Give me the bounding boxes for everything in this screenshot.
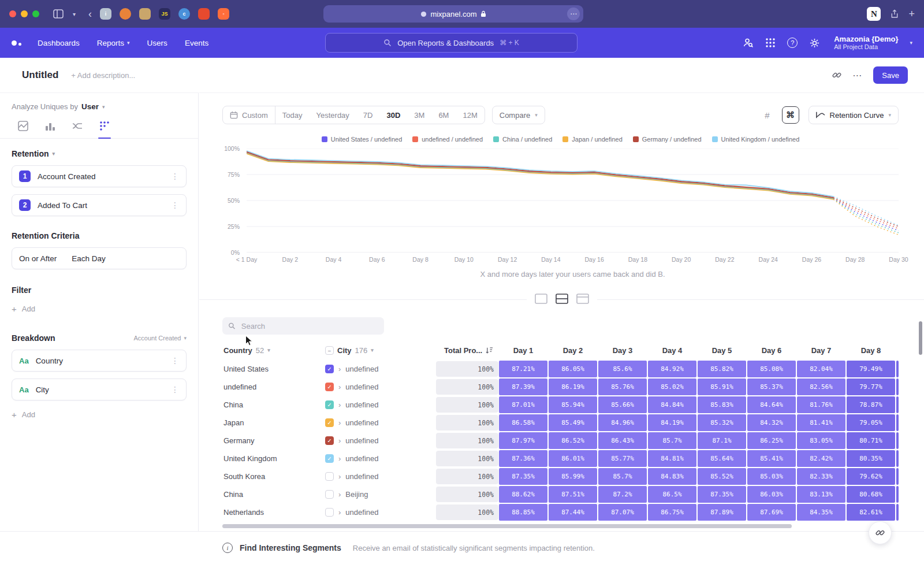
retention-value-cell[interactable]: 86.75%	[647, 503, 697, 521]
row-checkbox[interactable]: ✓	[325, 454, 334, 463]
retention-value-cell[interactable]: 85.83%	[697, 396, 747, 414]
expand-row-icon[interactable]: ›	[338, 454, 341, 463]
retention-value-cell[interactable]: 87.1%	[697, 432, 747, 450]
retention-value-cell[interactable]: 85.32%	[697, 414, 747, 432]
country-cell[interactable]: China	[222, 400, 325, 409]
nav-dashboards[interactable]: Dashboards	[38, 39, 80, 47]
retention-value-cell[interactable]: 83.05%	[796, 432, 846, 450]
more-options-icon[interactable]: ⋯	[852, 70, 863, 81]
retention-value-cell[interactable]: 85.7%	[598, 467, 647, 485]
retention-value-cell[interactable]: 84.83%	[647, 467, 697, 485]
add-breakdown-button[interactable]: + Add	[12, 410, 187, 420]
mixpanel-logo[interactable]	[12, 40, 21, 46]
tab-funnels[interactable]	[44, 120, 56, 132]
retention-value-cell[interactable]: 83.13%	[796, 485, 846, 503]
kebab-menu-icon[interactable]: ⋮	[171, 385, 179, 394]
retention-value-cell[interactable]: 79.49%	[846, 360, 896, 378]
select-all-checkbox[interactable]: –	[325, 346, 334, 355]
date-range-today[interactable]: Today	[275, 106, 310, 124]
retention-value-cell[interactable]: 85.77%	[598, 450, 647, 467]
retention-value-cell[interactable]: 84.84%	[647, 396, 697, 414]
retention-value-cell[interactable]: 87.36%	[498, 450, 548, 467]
country-cell[interactable]: United States	[222, 365, 325, 373]
retention-value-cell[interactable]: 87.2%	[598, 485, 647, 503]
row-checkbox[interactable]: ✓	[325, 400, 334, 409]
day-column-header[interactable]: Day 2	[548, 346, 598, 355]
city-column-header[interactable]: – City 176 ▾	[325, 346, 436, 355]
retention-value-cell[interactable]: 87.39%	[498, 378, 548, 396]
expand-row-icon[interactable]: ›	[338, 365, 341, 373]
retention-value-cell[interactable]: 82.33%	[796, 467, 846, 485]
breakdown-context-dropdown[interactable]: Account Created ▾	[134, 335, 187, 342]
apps-grid-icon[interactable]	[765, 38, 776, 48]
retention-value-cell[interactable]: 87.35%	[498, 467, 548, 485]
project-switcher[interactable]: Amazonia {Demo} All Project Data	[834, 35, 898, 51]
expand-row-icon[interactable]: ›	[338, 472, 341, 481]
row-checkbox[interactable]	[325, 472, 334, 481]
vertical-scrollbar[interactable]	[919, 321, 922, 355]
kebab-menu-icon[interactable]: ⋮	[171, 172, 179, 181]
day-column-header[interactable]: Day 3	[598, 346, 647, 355]
day-column-header[interactable]: Day 8	[846, 346, 896, 355]
retention-value-cell[interactable]: 85.99%	[548, 467, 598, 485]
retention-section-title[interactable]: Retention	[12, 149, 49, 158]
retention-value-cell[interactable]: 85.91%	[697, 378, 747, 396]
zoom-window-button[interactable]	[32, 10, 39, 17]
retention-value-cell[interactable]: 86.5%	[647, 485, 697, 503]
compare-button[interactable]: Compare ▾	[492, 106, 545, 124]
extension-icon[interactable]: ◦	[218, 8, 229, 20]
extension-icon[interactable]: c	[178, 8, 190, 20]
back-button[interactable]: ‹	[88, 8, 92, 20]
chart-type-dropdown[interactable]: Retention Curve ▾	[808, 106, 899, 124]
day-column-header[interactable]: Day 5	[697, 346, 747, 355]
browser-sidebar-icon[interactable]	[53, 9, 64, 18]
retention-value-cell[interactable]: 84.92%	[647, 360, 697, 378]
retention-value-cell[interactable]: 84.32%	[747, 414, 796, 432]
date-range-yesterday[interactable]: Yesterday	[310, 106, 356, 124]
help-icon[interactable]: ?	[787, 38, 798, 48]
retention-value-cell[interactable]: 81.76%	[796, 396, 846, 414]
retention-value-cell[interactable]: 87.97%	[498, 432, 548, 450]
legend-item[interactable]: China / undefined	[493, 136, 552, 143]
table-only-view-button[interactable]	[575, 292, 590, 306]
notion-extension-icon[interactable]: N	[867, 7, 881, 21]
page-title[interactable]: Untitled	[22, 69, 58, 81]
extension-icon[interactable]: i	[100, 8, 111, 20]
total-column-header[interactable]: Total Pro...	[436, 346, 498, 355]
retention-value-cell[interactable]: 87.89%	[697, 503, 747, 521]
gear-icon[interactable]	[809, 38, 820, 49]
retention-value-cell[interactable]: 79.77%	[846, 378, 896, 396]
retention-value-cell[interactable]: 80.68%	[846, 485, 896, 503]
retention-value-cell[interactable]: 86.19%	[548, 378, 598, 396]
date-range-30d[interactable]: 30D	[379, 106, 407, 124]
retention-value-cell[interactable]: 84.96%	[598, 414, 647, 432]
retention-value-cell[interactable]: 81.41%	[796, 414, 846, 432]
chart-plot-area[interactable]	[247, 149, 899, 253]
expand-row-icon[interactable]: ›	[338, 400, 341, 409]
nav-users[interactable]: Users	[147, 39, 167, 47]
retention-value-cell[interactable]: 85.76%	[598, 378, 647, 396]
retention-value-cell[interactable]: 84.19%	[647, 414, 697, 432]
date-range-custom[interactable]: Custom	[223, 106, 275, 124]
extension-icon[interactable]	[139, 8, 151, 20]
retention-value-cell[interactable]: 86.58%	[498, 414, 548, 432]
user-lookup-icon[interactable]	[742, 37, 754, 49]
country-cell[interactable]: Japan	[222, 418, 325, 427]
chevron-down-icon[interactable]: ▾	[73, 11, 76, 17]
global-search[interactable]: Open Reports & Dashboards ⌘ + K	[325, 33, 578, 53]
retention-value-cell[interactable]: 78.87%	[846, 396, 896, 414]
date-range-6m[interactable]: 6M	[431, 106, 456, 124]
retention-value-cell[interactable]: 82.56%	[796, 378, 846, 396]
retention-value-cell[interactable]: 85.41%	[747, 450, 796, 467]
extension-icon[interactable]: JS	[159, 8, 170, 20]
retention-value-cell[interactable]: 85.52%	[697, 467, 747, 485]
row-checkbox[interactable]: ✓	[325, 418, 334, 427]
step-card-added-to-cart[interactable]: 2 Added To Cart ⋮	[12, 194, 187, 216]
keyboard-shortcuts-icon[interactable]: ⌘	[782, 106, 799, 124]
country-cell[interactable]: Germany	[222, 436, 325, 445]
retention-value-cell[interactable]: 84.64%	[747, 396, 796, 414]
row-checkbox[interactable]: ✓	[325, 365, 334, 373]
retention-value-cell[interactable]: 86.05%	[548, 360, 598, 378]
retention-value-cell[interactable]: 87.51%	[548, 485, 598, 503]
retention-value-cell[interactable]: 79.05%	[846, 414, 896, 432]
